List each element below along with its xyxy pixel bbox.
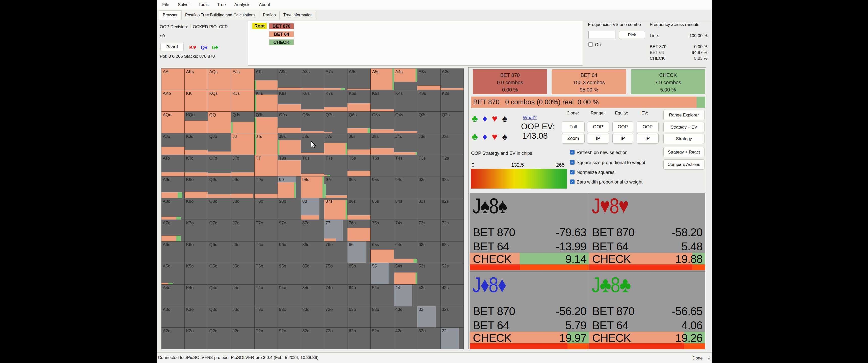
- suit-toggle[interactable]: ♥: [492, 132, 498, 141]
- cell-97s[interactable]: 97s: [324, 176, 347, 198]
- cell-QQ[interactable]: QQ: [208, 112, 231, 133]
- cell-99[interactable]: 99: [278, 176, 301, 198]
- checkbox-2[interactable]: ✓: [570, 170, 575, 174]
- cell-T5s[interactable]: T5s: [371, 155, 394, 177]
- cell-KJs[interactable]: KJs: [231, 90, 254, 112]
- cell-K5o[interactable]: K5o: [185, 263, 208, 285]
- cell-Q5s[interactable]: Q5s: [371, 112, 394, 133]
- cell-87o[interactable]: 87o: [301, 220, 324, 241]
- cell-K8o[interactable]: K8o: [185, 198, 208, 220]
- button-oop[interactable]: OOP: [612, 122, 633, 132]
- button-ip[interactable]: IP: [587, 133, 609, 144]
- cell-T5o[interactable]: T5o: [255, 263, 278, 285]
- button-strategy[interactable]: Strategy: [663, 134, 705, 144]
- cell-62s[interactable]: 62s: [440, 241, 464, 263]
- action-box-bet-64[interactable]: BET 64150.3 combos95.00 %: [552, 69, 626, 94]
- cell-KTs[interactable]: KTs: [255, 90, 278, 112]
- cell-K5s[interactable]: K5s: [371, 90, 394, 112]
- cell-T9o[interactable]: T9o: [255, 176, 278, 198]
- cell-AKs[interactable]: AKs: [185, 69, 208, 90]
- cell-94o[interactable]: 94o: [278, 285, 301, 306]
- cell-92s[interactable]: 92s: [440, 176, 464, 198]
- cell-96s[interactable]: 96s: [347, 176, 371, 198]
- cell-K4s[interactable]: K4s: [394, 90, 417, 112]
- cell-A3s[interactable]: A3s: [417, 69, 440, 90]
- cell-A9o[interactable]: A9o: [161, 176, 185, 198]
- cell-53s[interactable]: 53s: [417, 263, 440, 285]
- cell-T6s[interactable]: T6s: [347, 155, 371, 177]
- cell-J9o[interactable]: J9o: [231, 176, 254, 198]
- cell-83s[interactable]: 83s: [417, 198, 440, 220]
- cell-J9s[interactable]: J9s: [278, 133, 301, 155]
- cell-84o[interactable]: 84o: [301, 285, 324, 306]
- cell-A4o[interactable]: A4o: [161, 285, 185, 306]
- cell-T7o[interactable]: T7o: [255, 220, 278, 241]
- cell-JTs[interactable]: JTs: [255, 133, 278, 155]
- tree-node-check[interactable]: CHECK: [269, 39, 294, 45]
- cell-85s[interactable]: 85s: [371, 198, 394, 220]
- cell-74o[interactable]: 74o: [324, 285, 347, 306]
- tab-preflop[interactable]: Preflop: [259, 11, 280, 20]
- cell-95s[interactable]: 95s: [371, 176, 394, 198]
- suit-toggle[interactable]: ♣: [472, 114, 478, 123]
- cell-A6o[interactable]: A6o: [161, 241, 185, 263]
- cell-KJo[interactable]: KJo: [185, 133, 208, 155]
- cell-22[interactable]: 22: [440, 328, 464, 350]
- cell-76s[interactable]: 76s: [347, 220, 371, 241]
- cell-JTo[interactable]: JTo: [231, 155, 254, 177]
- cell-QTs[interactable]: QTs: [255, 112, 278, 133]
- cell-T2o[interactable]: T2o: [255, 328, 278, 350]
- cell-94s[interactable]: 94s: [394, 176, 417, 198]
- cell-55[interactable]: 55: [371, 263, 394, 285]
- cell-T8o[interactable]: T8o: [255, 198, 278, 220]
- cell-K6o[interactable]: K6o: [185, 241, 208, 263]
- tab-postflop-tree-building-and-calculations[interactable]: Postflop Tree Building and Calculations: [181, 11, 259, 20]
- cell-AQs[interactable]: AQs: [208, 69, 231, 90]
- cell-52s[interactable]: 52s: [440, 263, 464, 285]
- cell-K2o[interactable]: K2o: [185, 328, 208, 350]
- cell-64o[interactable]: 64o: [347, 285, 371, 306]
- cell-Q8o[interactable]: Q8o: [208, 198, 231, 220]
- suit-toggle[interactable]: ♦: [483, 114, 487, 123]
- cell-Q2o[interactable]: Q2o: [208, 328, 231, 350]
- cell-82s[interactable]: 82s: [440, 198, 464, 220]
- cell-Q3s[interactable]: Q3s: [417, 112, 440, 133]
- cell-KQo[interactable]: KQo: [185, 112, 208, 133]
- button-strategy-react[interactable]: Strategy + React: [663, 147, 705, 157]
- button-ip[interactable]: IP: [637, 133, 658, 144]
- cell-T4o[interactable]: T4o: [255, 285, 278, 306]
- cell-65s[interactable]: 65s: [371, 241, 394, 263]
- cell-T7s[interactable]: T7s: [324, 155, 347, 177]
- cell-A7o[interactable]: A7o: [161, 220, 185, 241]
- tab-tree-information[interactable]: Tree information: [280, 11, 316, 20]
- suit-toggle[interactable]: ♣: [472, 132, 478, 141]
- cell-32o[interactable]: 32o: [417, 328, 440, 350]
- cell-AJo[interactable]: AJo: [161, 133, 185, 155]
- cell-Q6o[interactable]: Q6o: [208, 241, 231, 263]
- cell-K9s[interactable]: K9s: [278, 90, 301, 112]
- suit-toggle[interactable]: ♠: [502, 132, 507, 141]
- cell-93s[interactable]: 93s: [417, 176, 440, 198]
- on-checkbox[interactable]: [588, 42, 593, 46]
- action-box-bet-870[interactable]: BET 8700.0 combos0.00 %: [473, 69, 547, 94]
- cell-T3s[interactable]: T3s: [417, 155, 440, 177]
- cell-87s[interactable]: 87s: [324, 198, 347, 220]
- cell-T8s[interactable]: T8s: [301, 155, 324, 177]
- cell-75s[interactable]: 75s: [371, 220, 394, 241]
- cell-63o[interactable]: 63o: [347, 306, 371, 328]
- cell-93o[interactable]: 93o: [278, 306, 301, 328]
- cell-AKo[interactable]: AKo: [161, 90, 185, 112]
- cell-J4o[interactable]: J4o: [231, 285, 254, 306]
- button-oop[interactable]: OOP: [587, 122, 609, 132]
- tree-node-bet-870[interactable]: BET 870: [269, 23, 294, 29]
- cell-Q4s[interactable]: Q4s: [394, 112, 417, 133]
- cell-A5s[interactable]: A5s: [371, 69, 394, 90]
- cell-K6s[interactable]: K6s: [347, 90, 371, 112]
- cell-QTo[interactable]: QTo: [208, 155, 231, 177]
- cell-QJo[interactable]: QJo: [208, 133, 231, 155]
- menu-solver[interactable]: Solver: [173, 2, 194, 7]
- cell-42o[interactable]: 42o: [394, 328, 417, 350]
- cell-A8s[interactable]: A8s: [301, 69, 324, 90]
- button-range-explorer[interactable]: Range Explorer: [663, 110, 705, 120]
- button-strategy-ev[interactable]: Strategy + EV: [663, 122, 705, 132]
